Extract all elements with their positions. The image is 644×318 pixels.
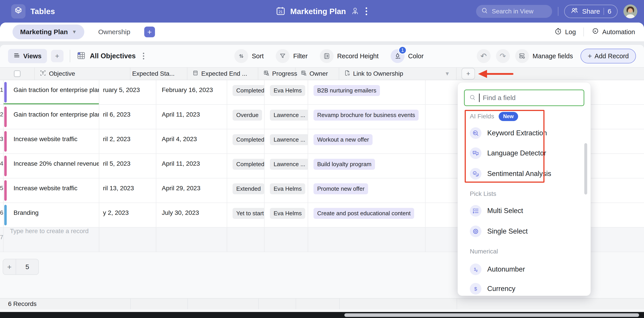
add-table-button[interactable]: + [144,26,155,37]
column-header-expected-start[interactable]: Expected Sta... [130,68,188,80]
owner-cell[interactable]: Eva Helms [264,203,308,227]
expected-end-cell[interactable]: July 30, 2023 [156,203,227,227]
add-rows-count-input[interactable]: 5 [16,259,38,275]
tab-marketing-plan[interactable]: Marketing Plan ▼ [12,24,84,39]
field-type-autonumber[interactable]: 12 Autonumber [470,264,525,275]
expected-end-cell[interactable]: April 11, 2023 [156,105,227,129]
undo-button[interactable]: ↶ [477,49,490,63]
chevron-down-icon[interactable]: ▼ [444,71,450,77]
redo-button[interactable]: ↷ [496,49,510,63]
column-header-progress[interactable]: Progress [258,68,296,80]
owner-cell[interactable]: Eva Helms [264,80,308,104]
objective-cell[interactable]: Increase 20% channel revenue [4,154,99,178]
column-header-expected-end[interactable]: Expected End ... [188,68,258,80]
filter-button[interactable]: Filter [276,49,308,63]
selected-cell-underline [4,103,99,104]
progress-cell[interactable]: Completed [227,80,264,104]
expected-start-cell[interactable]: ril 2, 2023 [99,129,156,154]
document-menu-kebab-icon[interactable] [364,6,368,16]
column-header-objective[interactable]: Objective [35,68,130,80]
horizontal-scrollbar-thumb[interactable] [344,313,639,317]
objective-cell[interactable]: Branding [4,203,99,227]
search-in-view-input[interactable]: Search in View [476,5,552,18]
progress-cell[interactable]: Yet to start [227,203,264,227]
owner-cell[interactable]: Eva Helms [264,178,308,202]
row-number[interactable]: 1 [0,80,4,104]
add-field-button[interactable]: + [462,68,475,79]
automation-button[interactable]: Automation [592,27,635,37]
select-all-checkbox[interactable] [14,70,20,77]
row-number[interactable]: 6 [0,203,4,227]
expected-end-cell[interactable]: February 16, 2023 [156,80,227,104]
owner-cell[interactable]: Lawrence ... [264,154,308,178]
status-badge: Yet to start [232,208,264,219]
manage-fields-button[interactable]: Manage fields [515,49,573,63]
field-type-language-detector[interactable]: Language Detector [470,147,546,159]
views-button[interactable]: Views [8,49,47,63]
field-type-single-select[interactable]: Single Select [470,226,528,237]
row-number[interactable]: 3 [0,129,4,154]
column-header-link-to-ownership[interactable]: Link to Ownership ▼ [339,68,456,80]
document-title[interactable]: Marketing Plan [290,7,346,16]
link-cell[interactable]: Workout a new offer [308,129,426,154]
share-button[interactable]: Share 6 [564,5,618,18]
sentimental-analysis-icon [470,168,482,179]
color-count-badge: 1 [398,46,407,54]
color-button[interactable]: 1 Color [391,49,424,63]
field-type-currency[interactable]: $ Currency [470,283,516,295]
expected-start-cell[interactable]: ruary 5, 2023 [99,80,156,104]
field-type-multi-select[interactable]: Multi Select [470,205,523,217]
select-all-cell[interactable] [0,68,35,80]
expected-start-cell[interactable]: y 2, 2023 [99,203,156,227]
add-rows-button[interactable]: + [3,259,16,275]
progress-cell[interactable]: Overdue [227,105,264,129]
row-number[interactable]: 4 [0,154,4,178]
progress-cell[interactable]: Completed [227,154,264,178]
add-record-button[interactable]: + Add Record [580,49,636,63]
expected-start-cell[interactable]: ril 13, 2023 [99,178,156,202]
expected-end-cell[interactable]: April 4, 2023 [156,129,227,154]
view-menu-kebab-icon[interactable] [142,51,146,61]
row-color-strip [4,107,7,127]
record-height-button[interactable]: Record Height [320,49,378,63]
objective-cell[interactable]: Gain traction for enterprise plans [4,80,99,104]
expected-end-cell[interactable]: April 29, 2023 [156,178,227,202]
row-number[interactable]: 5 [0,178,4,202]
sort-button[interactable]: Sort [234,49,264,63]
link-cell[interactable]: Create and post educational content [308,203,426,227]
expected-end-cell[interactable]: April 11, 2023 [156,154,227,178]
view-name[interactable]: All Objectives [90,52,136,60]
link-cell[interactable]: Revamp brochure for business events [308,105,426,129]
panel-scrollbar-thumb[interactable] [584,143,587,194]
new-record-input[interactable]: Type here to create a record [4,228,99,252]
progress-cell[interactable]: Extended [227,178,264,202]
tab-ownership[interactable]: Ownership [98,28,130,36]
objective-cell[interactable]: Increase website traffic [4,129,99,154]
log-button[interactable]: Log [554,27,576,37]
horizontal-scrollbar[interactable] [0,312,644,318]
expected-start-cell[interactable]: ril 5, 2023 [99,154,156,178]
link-cell[interactable]: Promote new offer [308,178,426,202]
topbar-right: Search in View Share 6 [476,4,637,18]
collaborator-icon[interactable] [350,6,360,16]
user-avatar[interactable] [624,4,637,18]
progress-cell[interactable]: Completed [227,129,264,154]
field-type-keyword-extraction[interactable]: Keyword Extraction [470,127,547,139]
field-type-sentimental-analysis[interactable]: Sentimental Analysis [470,168,551,179]
status-badge: Completed [232,85,264,96]
expected-start-cell[interactable]: ril 6, 2023 [99,105,156,129]
objective-cell[interactable]: Increase website traffic [4,178,99,202]
find-field-input[interactable]: Find a field [464,90,584,106]
single-select-icon [470,226,482,237]
app-logo[interactable] [11,4,26,18]
owner-cell[interactable]: Lawrence ... [264,129,308,154]
owner-cell[interactable]: Lawrence ... [264,105,308,129]
toolbar-right: ↶ ↷ Manage fields + Add Record [477,49,636,63]
column-header-owner[interactable]: Owner [296,68,339,80]
add-view-button[interactable]: + [51,50,64,62]
link-cell[interactable]: Build loyalty program [308,154,426,178]
objective-cell[interactable]: Gain traction for enterprise plans [4,105,99,129]
row-color-strip [4,205,7,225]
link-cell[interactable]: B2B nurturing emailers [308,80,426,104]
row-number[interactable]: 2 [0,105,4,129]
